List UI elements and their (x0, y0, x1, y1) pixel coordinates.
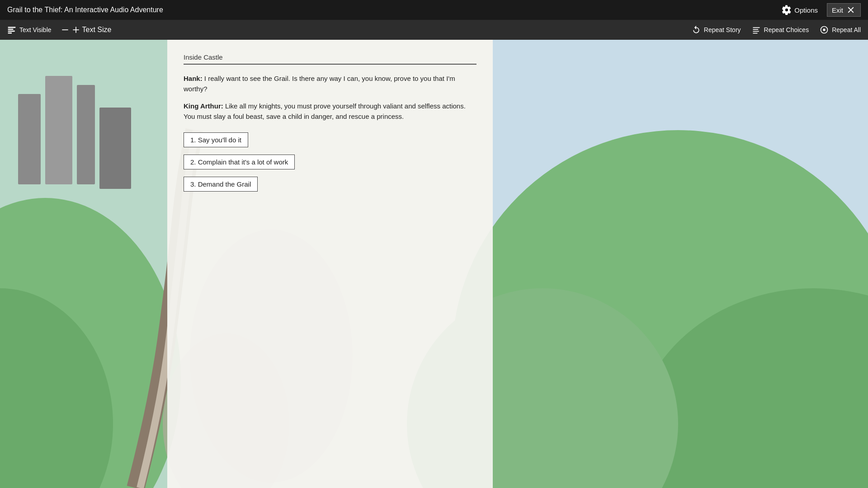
repeat-all-icon (820, 25, 829, 34)
exit-button[interactable]: Exit (827, 3, 861, 17)
text-visible-button[interactable]: Text Visible (7, 25, 52, 34)
svg-rect-15 (18, 94, 41, 184)
dialog-king-arthur: King Arthur: Like all my knights, you mu… (184, 101, 476, 122)
scene: Inside Castle Hank: I really want to see… (0, 40, 868, 488)
svg-rect-2 (8, 31, 15, 32)
choice-3-button[interactable]: 3. Demand the Grail (184, 177, 258, 192)
svg-rect-9 (753, 31, 759, 32)
repeat-story-button[interactable]: Repeat Story (692, 25, 741, 34)
repeat-story-label: Repeat Story (704, 26, 741, 33)
svg-rect-3 (8, 33, 12, 34)
repeat-story-icon (692, 25, 701, 34)
repeat-choices-label: Repeat Choices (764, 26, 809, 33)
text-size-label: Text Size (82, 26, 112, 34)
exit-icon (846, 5, 856, 15)
minus-icon (61, 25, 70, 34)
title-bar: Grail to the Thief: An Interactive Audio… (0, 0, 868, 20)
options-button[interactable]: Options (778, 3, 821, 17)
text-visible-icon (7, 25, 16, 34)
svg-rect-18 (99, 108, 131, 189)
toolbar-left: Text Visible Text Size (7, 25, 111, 34)
toolbar: Text Visible Text Size Repeat Story (0, 20, 868, 40)
title-bar-right: Options Exit (778, 3, 861, 17)
text-visible-label: Text Visible (19, 26, 52, 33)
toolbar-right: Repeat Story Repeat Choices Repeat All (692, 25, 861, 34)
svg-rect-7 (753, 27, 760, 28)
plus-icon (71, 25, 80, 34)
repeat-all-button[interactable]: Repeat All (820, 25, 861, 34)
svg-rect-6 (75, 27, 76, 33)
svg-rect-10 (753, 33, 757, 34)
options-label: Options (794, 6, 818, 14)
svg-rect-4 (62, 29, 68, 30)
svg-rect-17 (77, 85, 95, 184)
location-label: Inside Castle (184, 53, 476, 61)
svg-rect-16 (45, 76, 72, 184)
svg-rect-0 (8, 27, 16, 28)
gear-icon (782, 5, 792, 15)
repeat-choices-button[interactable]: Repeat Choices (752, 25, 809, 34)
text-size-group: Text Size (61, 25, 112, 34)
svg-rect-8 (753, 29, 758, 30)
dialog-hank: Hank: I really want to see the Grail. Is… (184, 74, 476, 94)
repeat-all-label: Repeat All (832, 26, 861, 33)
exit-label: Exit (832, 6, 843, 14)
app-title: Grail to the Thief: An Interactive Audio… (7, 6, 163, 14)
repeat-choices-icon (752, 25, 761, 34)
choices-section: 1. Say you'll do it 2. Complain that it'… (184, 132, 476, 192)
text-size-decrease-button[interactable] (61, 25, 70, 34)
choice-2-button[interactable]: 2. Complain that it's a lot of work (184, 155, 295, 169)
text-size-increase-button[interactable] (71, 25, 80, 34)
content-panel: Inside Castle Hank: I really want to see… (167, 40, 493, 488)
location-divider (184, 64, 476, 65)
svg-rect-1 (8, 29, 14, 30)
choice-1-button[interactable]: 1. Say you'll do it (184, 132, 248, 147)
